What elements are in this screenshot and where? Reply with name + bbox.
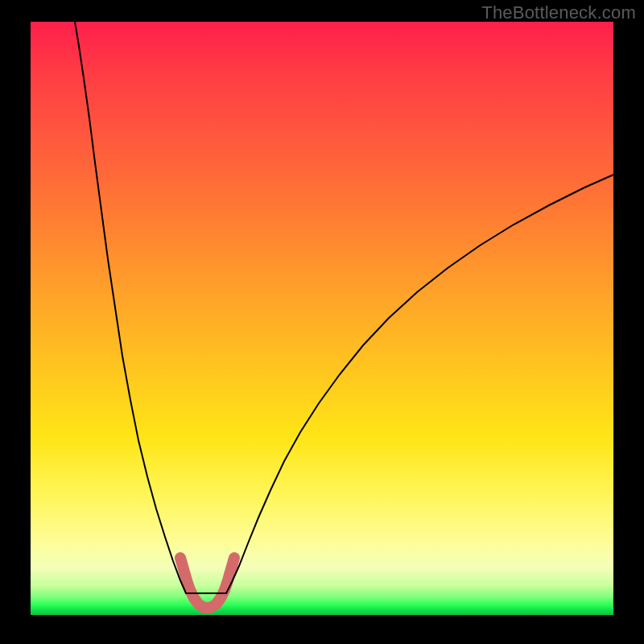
curve-layer [31,22,613,615]
main-curve [75,22,613,593]
chart-frame: TheBottleneck.com [0,0,644,644]
bottom-marker-curve [180,558,234,608]
watermark-text: TheBottleneck.com [481,2,636,23]
plot-area [31,22,613,615]
